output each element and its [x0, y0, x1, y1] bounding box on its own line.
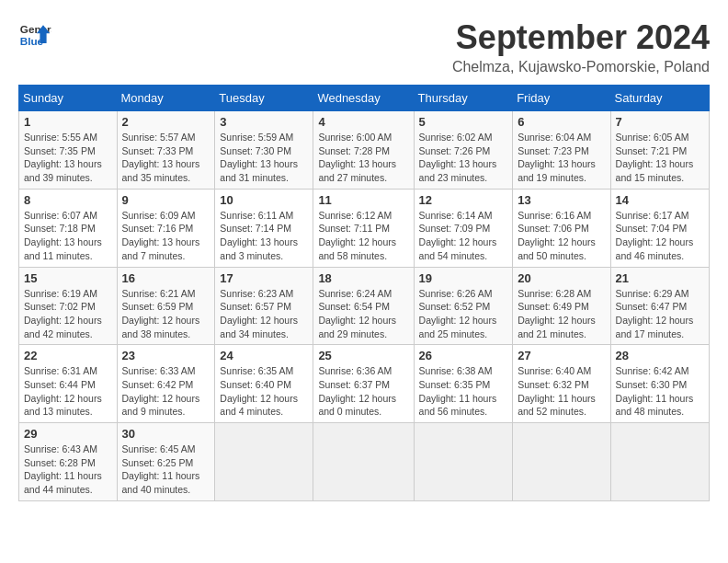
day-number: 14: [616, 193, 704, 207]
day-detail: Sunrise: 6:23 AMSunset: 6:57 PMDaylight:…: [220, 287, 308, 341]
day-detail: Sunrise: 6:02 AMSunset: 7:26 PMDaylight:…: [419, 131, 508, 185]
calendar-day-cell: 3Sunrise: 5:59 AMSunset: 7:30 PMDaylight…: [215, 111, 313, 190]
day-detail: Sunrise: 6:43 AMSunset: 6:28 PMDaylight:…: [24, 442, 112, 497]
day-number: 19: [419, 271, 508, 285]
day-detail: Sunrise: 6:17 AMSunset: 7:04 PMDaylight:…: [616, 209, 704, 263]
day-number: 18: [318, 271, 408, 285]
day-detail: Sunrise: 6:35 AMSunset: 6:40 PMDaylight:…: [220, 364, 308, 419]
day-number: 3: [220, 115, 308, 129]
day-number: 12: [419, 193, 508, 207]
day-number: 15: [24, 271, 112, 285]
calendar-week-row: 15Sunrise: 6:19 AMSunset: 7:02 PMDayligh…: [19, 267, 710, 345]
calendar-day-cell: 27Sunrise: 6:40 AMSunset: 6:32 PMDayligh…: [513, 345, 610, 423]
calendar-table: SundayMondayTuesdayWednesdayThursdayFrid…: [18, 85, 710, 501]
weekday-header-cell: Thursday: [414, 86, 513, 111]
title-section: September 2024 Chelmza, Kujawsko-Pomorsk…: [452, 18, 710, 75]
calendar-day-cell: 13Sunrise: 6:16 AMSunset: 7:06 PMDayligh…: [513, 189, 610, 267]
calendar-day-cell: 1Sunrise: 5:55 AMSunset: 7:35 PMDaylight…: [19, 111, 118, 190]
day-number: 25: [318, 349, 408, 362]
weekday-header-row: SundayMondayTuesdayWednesdayThursdayFrid…: [19, 86, 710, 111]
day-number: 2: [122, 115, 210, 129]
calendar-day-cell: 8Sunrise: 6:07 AMSunset: 7:18 PMDaylight…: [19, 189, 118, 267]
calendar-day-cell: 26Sunrise: 6:38 AMSunset: 6:35 PMDayligh…: [414, 345, 513, 423]
day-number: 1: [24, 115, 112, 129]
day-number: 4: [318, 115, 408, 129]
day-detail: Sunrise: 6:19 AMSunset: 7:02 PMDaylight:…: [24, 287, 112, 341]
day-number: 28: [616, 349, 704, 362]
day-number: 13: [518, 193, 605, 207]
day-detail: Sunrise: 6:24 AMSunset: 6:54 PMDaylight:…: [318, 287, 408, 341]
day-number: 23: [122, 349, 210, 362]
day-number: 8: [24, 193, 112, 207]
calendar-day-cell: 21Sunrise: 6:29 AMSunset: 6:47 PMDayligh…: [610, 267, 709, 345]
calendar-day-cell: 16Sunrise: 6:21 AMSunset: 6:59 PMDayligh…: [117, 267, 215, 345]
calendar-day-cell: 30Sunrise: 6:45 AMSunset: 6:25 PMDayligh…: [117, 423, 215, 501]
weekday-header-cell: Saturday: [610, 86, 709, 111]
day-number: 27: [518, 349, 605, 362]
day-detail: Sunrise: 6:28 AMSunset: 6:49 PMDaylight:…: [518, 287, 605, 341]
day-number: 10: [220, 193, 308, 207]
day-detail: Sunrise: 6:33 AMSunset: 6:42 PMDaylight:…: [122, 364, 210, 419]
day-number: 7: [616, 115, 704, 129]
calendar-week-row: 8Sunrise: 6:07 AMSunset: 7:18 PMDaylight…: [19, 189, 710, 267]
day-detail: Sunrise: 6:42 AMSunset: 6:30 PMDaylight:…: [616, 364, 704, 419]
calendar-title: September 2024: [452, 18, 710, 57]
calendar-day-cell: [414, 423, 513, 501]
day-detail: Sunrise: 6:14 AMSunset: 7:09 PMDaylight:…: [419, 209, 508, 263]
day-detail: Sunrise: 6:40 AMSunset: 6:32 PMDaylight:…: [518, 364, 605, 419]
day-detail: Sunrise: 6:38 AMSunset: 6:35 PMDaylight:…: [419, 364, 508, 419]
day-detail: Sunrise: 6:36 AMSunset: 6:37 PMDaylight:…: [318, 364, 408, 419]
calendar-day-cell: 25Sunrise: 6:36 AMSunset: 6:37 PMDayligh…: [313, 345, 414, 423]
day-number: 21: [616, 271, 704, 285]
day-detail: Sunrise: 6:04 AMSunset: 7:23 PMDaylight:…: [518, 131, 605, 185]
calendar-day-cell: 29Sunrise: 6:43 AMSunset: 6:28 PMDayligh…: [19, 423, 118, 501]
calendar-day-cell: [215, 423, 313, 501]
calendar-day-cell: 28Sunrise: 6:42 AMSunset: 6:30 PMDayligh…: [610, 345, 709, 423]
day-detail: Sunrise: 6:09 AMSunset: 7:16 PMDaylight:…: [122, 209, 210, 263]
calendar-day-cell: 10Sunrise: 6:11 AMSunset: 7:14 PMDayligh…: [215, 189, 313, 267]
day-detail: Sunrise: 5:55 AMSunset: 7:35 PMDaylight:…: [24, 131, 112, 185]
svg-text:General: General: [20, 23, 51, 35]
calendar-day-cell: [313, 423, 414, 501]
weekday-header-cell: Friday: [513, 86, 610, 111]
day-detail: Sunrise: 5:57 AMSunset: 7:33 PMDaylight:…: [122, 131, 210, 185]
calendar-day-cell: 15Sunrise: 6:19 AMSunset: 7:02 PMDayligh…: [19, 267, 118, 345]
calendar-day-cell: 17Sunrise: 6:23 AMSunset: 6:57 PMDayligh…: [215, 267, 313, 345]
day-detail: Sunrise: 6:07 AMSunset: 7:18 PMDaylight:…: [24, 209, 112, 263]
day-detail: Sunrise: 6:05 AMSunset: 7:21 PMDaylight:…: [616, 131, 704, 185]
calendar-day-cell: 11Sunrise: 6:12 AMSunset: 7:11 PMDayligh…: [313, 189, 414, 267]
calendar-day-cell: 24Sunrise: 6:35 AMSunset: 6:40 PMDayligh…: [215, 345, 313, 423]
calendar-day-cell: 5Sunrise: 6:02 AMSunset: 7:26 PMDaylight…: [414, 111, 513, 190]
calendar-day-cell: 4Sunrise: 6:00 AMSunset: 7:28 PMDaylight…: [313, 111, 414, 190]
calendar-day-cell: 2Sunrise: 5:57 AMSunset: 7:33 PMDaylight…: [117, 111, 215, 190]
weekday-header-cell: Tuesday: [215, 86, 313, 111]
calendar-day-cell: 20Sunrise: 6:28 AMSunset: 6:49 PMDayligh…: [513, 267, 610, 345]
day-number: 5: [419, 115, 508, 129]
weekday-header-cell: Sunday: [19, 86, 118, 111]
day-detail: Sunrise: 6:29 AMSunset: 6:47 PMDaylight:…: [616, 287, 704, 341]
day-detail: Sunrise: 6:26 AMSunset: 6:52 PMDaylight:…: [419, 287, 508, 341]
calendar-week-row: 1Sunrise: 5:55 AMSunset: 7:35 PMDaylight…: [19, 111, 710, 190]
calendar-day-cell: 23Sunrise: 6:33 AMSunset: 6:42 PMDayligh…: [117, 345, 215, 423]
logo-icon: General Blue: [18, 18, 51, 52]
day-number: 26: [419, 349, 508, 362]
day-number: 17: [220, 271, 308, 285]
weekday-header-cell: Monday: [117, 86, 215, 111]
calendar-day-cell: 18Sunrise: 6:24 AMSunset: 6:54 PMDayligh…: [313, 267, 414, 345]
day-number: 30: [122, 427, 210, 441]
calendar-week-row: 29Sunrise: 6:43 AMSunset: 6:28 PMDayligh…: [19, 423, 710, 501]
day-number: 24: [220, 349, 308, 362]
calendar-day-cell: 12Sunrise: 6:14 AMSunset: 7:09 PMDayligh…: [414, 189, 513, 267]
calendar-day-cell: 9Sunrise: 6:09 AMSunset: 7:16 PMDaylight…: [117, 189, 215, 267]
page-header: General Blue September 2024 Chelmza, Kuj…: [18, 18, 710, 75]
logo: General Blue: [18, 18, 51, 52]
calendar-day-cell: 7Sunrise: 6:05 AMSunset: 7:21 PMDaylight…: [610, 111, 709, 190]
day-number: 22: [24, 349, 112, 362]
day-number: 11: [318, 193, 408, 207]
day-detail: Sunrise: 6:16 AMSunset: 7:06 PMDaylight:…: [518, 209, 605, 263]
day-detail: Sunrise: 6:31 AMSunset: 6:44 PMDaylight:…: [24, 364, 112, 419]
calendar-subtitle: Chelmza, Kujawsko-Pomorskie, Poland: [452, 59, 710, 75]
day-number: 20: [518, 271, 605, 285]
day-detail: Sunrise: 5:59 AMSunset: 7:30 PMDaylight:…: [220, 131, 308, 185]
calendar-day-cell: 14Sunrise: 6:17 AMSunset: 7:04 PMDayligh…: [610, 189, 709, 267]
